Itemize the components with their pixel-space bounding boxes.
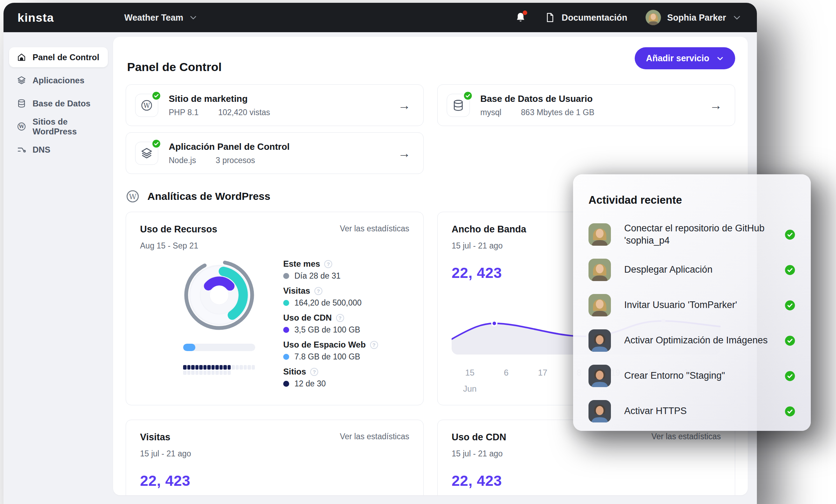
arrow-right-icon[interactable]: → bbox=[710, 99, 722, 112]
help-icon[interactable]: ? bbox=[336, 314, 344, 322]
layers-icon bbox=[17, 76, 26, 85]
site-segment bbox=[211, 370, 215, 375]
activity-item[interactable]: Desplegar Aplicación bbox=[588, 255, 795, 285]
service-card-sitio-de-marketing[interactable]: W Sitio de marketing PHP 8.1 102,420 vis… bbox=[126, 84, 424, 126]
legend-label: Uso de Espacio Web bbox=[283, 340, 366, 350]
site-segment bbox=[207, 370, 211, 375]
user-menu[interactable]: Sophia Parker bbox=[646, 10, 741, 25]
view-stats-link[interactable]: Ver las estadísticas bbox=[340, 432, 409, 441]
notifications-button[interactable] bbox=[515, 11, 527, 24]
add-service-button[interactable]: Añadir servicio bbox=[635, 47, 735, 69]
service-card-base-de-datos-de-usuario[interactable]: Base de Datos de Usuario mysql 863 Mbyte… bbox=[437, 84, 735, 126]
sidebar-item-label: Panel de Control bbox=[33, 52, 99, 62]
site-segment bbox=[228, 370, 231, 375]
site-segment bbox=[211, 365, 215, 370]
svg-text:W: W bbox=[129, 192, 137, 201]
activity-item[interactable]: Activar HTTPS bbox=[588, 397, 795, 426]
x-axis-tick: 15 bbox=[465, 368, 475, 377]
recent-activity-list: Conectar el repositorio de GitHub 'sophi… bbox=[588, 220, 795, 432]
sidebar-item-sitios-de-wordpress[interactable]: W Sitios de WordPress bbox=[9, 117, 108, 136]
activity-item[interactable]: Conectar el repositorio de GitHub 'sophi… bbox=[588, 220, 795, 249]
chevron-down-icon bbox=[732, 13, 741, 22]
avatar bbox=[588, 400, 611, 422]
card-date-range: 15 jul - 21 ago bbox=[452, 449, 721, 458]
status-ok-badge bbox=[152, 139, 161, 148]
check-circle-icon bbox=[785, 335, 795, 346]
site-segment bbox=[191, 365, 195, 370]
site-segment bbox=[236, 365, 239, 370]
site-segment bbox=[220, 365, 223, 370]
service-icon-tile bbox=[447, 94, 470, 117]
sidebar-item-panel-de-control[interactable]: Panel de Control bbox=[9, 47, 108, 67]
site-segment bbox=[183, 370, 187, 375]
activity-item[interactable]: Activar Optimización de Imágenes bbox=[588, 326, 795, 355]
help-icon[interactable]: ? bbox=[324, 260, 332, 268]
check-circle-icon bbox=[785, 300, 795, 311]
service-icon-tile bbox=[135, 142, 158, 165]
site-segment bbox=[252, 365, 255, 370]
sidebar-navigation: Panel de Control Aplicaciones Base de Da… bbox=[9, 47, 108, 160]
legend-label: Este mes bbox=[283, 259, 320, 269]
wordpress-analytics-heading: W Analíticas de WordPress bbox=[126, 189, 270, 203]
legend-color-dot bbox=[283, 354, 289, 360]
activity-text: Activar Optimización de Imágenes bbox=[624, 334, 771, 346]
help-icon[interactable]: ? bbox=[314, 287, 322, 295]
site-segment bbox=[199, 365, 203, 370]
site-segment bbox=[191, 370, 195, 375]
check-circle-icon bbox=[785, 406, 795, 417]
help-icon[interactable]: ? bbox=[370, 341, 378, 349]
visits-card: Visitas Ver las estadísticas 15 jul - 21… bbox=[126, 420, 424, 495]
site-segment bbox=[223, 365, 227, 370]
site-segment bbox=[207, 365, 211, 370]
activity-item[interactable]: Invitar Usuario 'TomParker' bbox=[588, 290, 795, 320]
site-segment bbox=[187, 365, 191, 370]
check-circle-icon bbox=[785, 265, 795, 275]
activity-item[interactable]: Crear Entorno "Staging" bbox=[588, 361, 795, 391]
help-icon[interactable]: ? bbox=[310, 368, 318, 376]
sidebar-item-label: Sitios de WordPress bbox=[33, 117, 100, 136]
avatar bbox=[588, 294, 611, 316]
card-title: Uso de Recursos bbox=[140, 224, 217, 235]
avatar bbox=[588, 259, 611, 281]
view-stats-link[interactable]: Ver las estadísticas bbox=[652, 432, 721, 441]
site-segment bbox=[195, 365, 199, 370]
card-title: Uso de CDN bbox=[452, 432, 506, 443]
service-card-aplicacion-panel-de-control[interactable]: Aplicación Panel de Control Node.js 3 pr… bbox=[126, 132, 424, 174]
arrow-right-icon[interactable]: → bbox=[398, 99, 411, 112]
card-date-range: 15 jul - 21 ago bbox=[140, 449, 409, 458]
avatar bbox=[588, 365, 611, 387]
legend-value: 12 de 30 bbox=[294, 379, 326, 388]
sidebar-item-base-de-datos[interactable]: Base de Datos bbox=[9, 93, 108, 113]
avatar bbox=[588, 329, 611, 352]
legend-label: Sitios bbox=[283, 367, 306, 377]
legend-item-uso-de-cdn: Uso de CDN? 3,5 GB de 100 GB bbox=[283, 313, 378, 335]
service-meta-stat: 863 Mbytes de 1 GB bbox=[521, 108, 594, 117]
team-selector-label: Weather Team bbox=[124, 13, 183, 23]
top-navigation-bar: Kinsta Weather Team bbox=[4, 3, 757, 32]
card-title: Ancho de Banda bbox=[452, 224, 526, 235]
arrow-right-icon[interactable]: → bbox=[398, 147, 411, 160]
activity-text: Invitar Usuario 'TomParker' bbox=[624, 299, 771, 311]
activity-text: Conectar el repositorio de GitHub 'sophi… bbox=[624, 222, 771, 247]
chevron-down-icon bbox=[189, 13, 197, 22]
legend-value: 3,5 GB de 100 GB bbox=[294, 325, 360, 335]
site-segment bbox=[203, 370, 207, 375]
legend-label: Uso de CDN bbox=[283, 313, 332, 323]
documentation-label: Documentación bbox=[562, 13, 627, 23]
site-segment bbox=[239, 365, 243, 370]
legend-label: Visitas bbox=[283, 286, 310, 296]
documentation-link[interactable]: Documentación bbox=[545, 12, 627, 23]
view-stats-link[interactable]: Ver las estadísticas bbox=[340, 224, 409, 233]
database-icon bbox=[452, 99, 465, 112]
activity-text: Desplegar Aplicación bbox=[624, 264, 771, 276]
user-avatar bbox=[646, 10, 661, 25]
sidebar-item-dns[interactable]: DNS bbox=[9, 140, 108, 160]
service-meta-runtime: PHP 8.1 bbox=[169, 108, 198, 117]
site-segment bbox=[187, 370, 191, 375]
sidebar-item-aplicaciones[interactable]: Aplicaciones bbox=[9, 70, 108, 90]
site-segment bbox=[248, 365, 251, 370]
service-meta-stat: 102,420 vistas bbox=[218, 108, 270, 117]
status-ok-badge bbox=[463, 91, 473, 100]
kinsta-logo: Kinsta bbox=[18, 11, 54, 24]
team-selector[interactable]: Weather Team bbox=[124, 13, 197, 23]
